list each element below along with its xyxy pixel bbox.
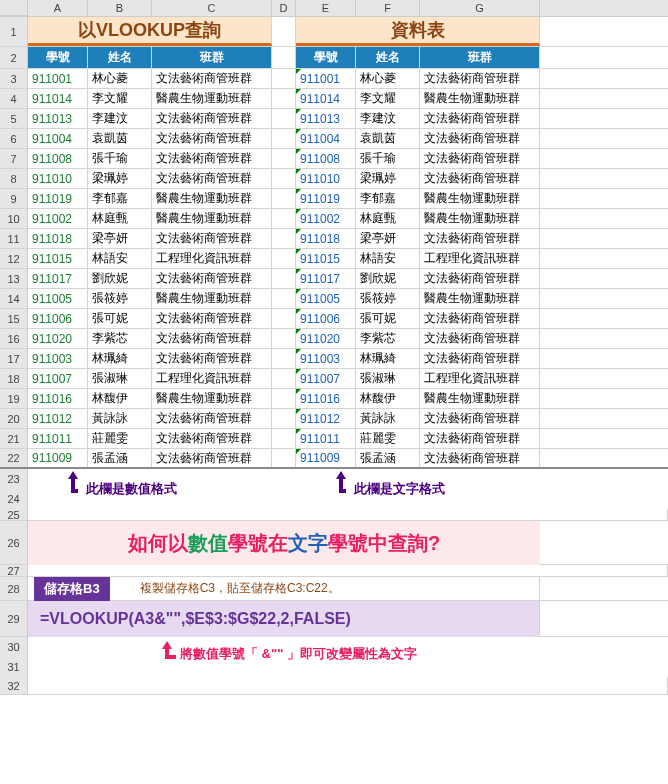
cell-group-right[interactable]: 文法藝術商管班群 xyxy=(420,109,540,128)
cell-id-left[interactable]: 911006 xyxy=(28,309,88,328)
header-id-right[interactable]: 學號 xyxy=(296,47,356,68)
cell-name-right[interactable]: 莊麗雯 xyxy=(356,429,420,448)
cell-group-left[interactable]: 醫農生物運動班群 xyxy=(152,289,272,308)
cell-id-left[interactable]: 911017 xyxy=(28,269,88,288)
row-header-15[interactable]: 15 xyxy=(0,309,28,328)
row-header-21[interactable]: 21 xyxy=(0,429,28,448)
cell-name-left[interactable]: 李郁嘉 xyxy=(88,189,152,208)
cell-group-left[interactable]: 醫農生物運動班群 xyxy=(152,189,272,208)
col-header-A[interactable]: A xyxy=(28,0,88,16)
row-header-16[interactable]: 16 xyxy=(0,329,28,348)
header-id-left[interactable]: 學號 xyxy=(28,47,88,68)
cell-empty[interactable] xyxy=(272,269,296,288)
cell-empty[interactable] xyxy=(272,69,296,88)
row-header-22[interactable]: 22 xyxy=(0,449,28,467)
row-header-9[interactable]: 9 xyxy=(0,189,28,208)
row-header-18[interactable]: 18 xyxy=(0,369,28,388)
row-header-10[interactable]: 10 xyxy=(0,209,28,228)
cell-group-right[interactable]: 醫農生物運動班群 xyxy=(420,89,540,108)
cell-name-right[interactable]: 張孟涵 xyxy=(356,449,420,467)
cell-id-right[interactable]: 911014 xyxy=(296,89,356,108)
cell-id-right[interactable]: 911018 xyxy=(296,229,356,248)
cell-group-left[interactable]: 文法藝術商管班群 xyxy=(152,269,272,288)
title-right[interactable]: 資料表 xyxy=(296,17,540,46)
cell-name-right[interactable]: 袁凱茵 xyxy=(356,129,420,148)
cell-group-right[interactable]: 文法藝術商管班群 xyxy=(420,309,540,328)
cell-id-right[interactable]: 911015 xyxy=(296,249,356,268)
cell-group-right[interactable]: 文法藝術商管班群 xyxy=(420,329,540,348)
header-name-right[interactable]: 姓名 xyxy=(356,47,420,68)
cell-group-right[interactable]: 醫農生物運動班群 xyxy=(420,289,540,308)
col-header-C[interactable]: C xyxy=(152,0,272,16)
cell-group-left[interactable]: 文法藝術商管班群 xyxy=(152,149,272,168)
cell-name-left[interactable]: 林庭甄 xyxy=(88,209,152,228)
row-header-4[interactable]: 4 xyxy=(0,89,28,108)
cell-name-right[interactable]: 黃詠詠 xyxy=(356,409,420,428)
row-header-7[interactable]: 7 xyxy=(0,149,28,168)
cell-id-left[interactable]: 911018 xyxy=(28,229,88,248)
cell-name-right[interactable]: 林語安 xyxy=(356,249,420,268)
cell-id-left[interactable]: 911014 xyxy=(28,89,88,108)
header-name-left[interactable]: 姓名 xyxy=(88,47,152,68)
cell-id-left[interactable]: 911002 xyxy=(28,209,88,228)
cell-id-right[interactable]: 911009 xyxy=(296,449,356,467)
cell-group-left[interactable]: 文法藝術商管班群 xyxy=(152,449,272,467)
cell-D2[interactable] xyxy=(272,47,296,68)
cell-name-left[interactable]: 林心菱 xyxy=(88,69,152,88)
cell-group-right[interactable]: 文法藝術商管班群 xyxy=(420,449,540,467)
cell-id-right[interactable]: 911011 xyxy=(296,429,356,448)
cell-name-left[interactable]: 張可妮 xyxy=(88,309,152,328)
cell-group-right[interactable]: 文法藝術商管班群 xyxy=(420,169,540,188)
cell-group-left[interactable]: 文法藝術商管班群 xyxy=(152,229,272,248)
cell-group-left[interactable]: 文法藝術商管班群 xyxy=(152,129,272,148)
cell-id-left[interactable]: 911007 xyxy=(28,369,88,388)
cell-group-left[interactable]: 醫農生物運動班群 xyxy=(152,209,272,228)
row-header-26[interactable]: 26 xyxy=(0,521,28,564)
cell-id-right[interactable]: 911006 xyxy=(296,309,356,328)
cell-empty[interactable] xyxy=(272,209,296,228)
cell-name-right[interactable]: 梁亭妍 xyxy=(356,229,420,248)
cell-empty[interactable] xyxy=(272,369,296,388)
row-header-1[interactable]: 1 xyxy=(0,17,28,46)
cell-group-left[interactable]: 文法藝術商管班群 xyxy=(152,349,272,368)
cell-group-left[interactable]: 文法藝術商管班群 xyxy=(152,69,272,88)
cell-group-left[interactable]: 醫農生物運動班群 xyxy=(152,389,272,408)
cell-empty[interactable] xyxy=(272,289,296,308)
cell-group-right[interactable]: 文法藝術商管班群 xyxy=(420,229,540,248)
cell-group-right[interactable]: 文法藝術商管班群 xyxy=(420,409,540,428)
row-header-6[interactable]: 6 xyxy=(0,129,28,148)
cell-id-right[interactable]: 911003 xyxy=(296,349,356,368)
cell-group-left[interactable]: 文法藝術商管班群 xyxy=(152,109,272,128)
cell-name-right[interactable]: 林珮綺 xyxy=(356,349,420,368)
cell-name-left[interactable]: 林珮綺 xyxy=(88,349,152,368)
cell-id-left[interactable]: 911004 xyxy=(28,129,88,148)
cell-name-left[interactable]: 張孟涵 xyxy=(88,449,152,467)
cell-empty[interactable] xyxy=(272,309,296,328)
cell-id-left[interactable]: 911001 xyxy=(28,69,88,88)
row-header-27[interactable]: 27 xyxy=(0,565,28,576)
cell-name-right[interactable]: 李文耀 xyxy=(356,89,420,108)
cell-name-left[interactable]: 張筱婷 xyxy=(88,289,152,308)
cell-id-right[interactable]: 911008 xyxy=(296,149,356,168)
cell-empty[interactable] xyxy=(272,149,296,168)
header-group-right[interactable]: 班群 xyxy=(420,47,540,68)
cell-D1[interactable] xyxy=(272,17,296,46)
row-header-13[interactable]: 13 xyxy=(0,269,28,288)
cell-name-left[interactable]: 李建汶 xyxy=(88,109,152,128)
cell-group-left[interactable]: 工程理化資訊班群 xyxy=(152,369,272,388)
cell-id-right[interactable]: 911002 xyxy=(296,209,356,228)
cell-id-left[interactable]: 911019 xyxy=(28,189,88,208)
cell-empty[interactable] xyxy=(272,169,296,188)
cell-id-right[interactable]: 911012 xyxy=(296,409,356,428)
cell-name-right[interactable]: 李郁嘉 xyxy=(356,189,420,208)
col-header-E[interactable]: E xyxy=(296,0,356,16)
select-all-corner[interactable] xyxy=(0,0,28,16)
cell-id-left[interactable]: 911012 xyxy=(28,409,88,428)
cell-group-right[interactable]: 文法藝術商管班群 xyxy=(420,149,540,168)
cell-id-right[interactable]: 911020 xyxy=(296,329,356,348)
title-left[interactable]: 以VLOOKUP查詢 xyxy=(28,17,272,46)
cell-name-right[interactable]: 劉欣妮 xyxy=(356,269,420,288)
cell-group-right[interactable]: 醫農生物運動班群 xyxy=(420,209,540,228)
cell-name-left[interactable]: 梁亭妍 xyxy=(88,229,152,248)
row-header-23[interactable]: 23 xyxy=(0,469,28,489)
